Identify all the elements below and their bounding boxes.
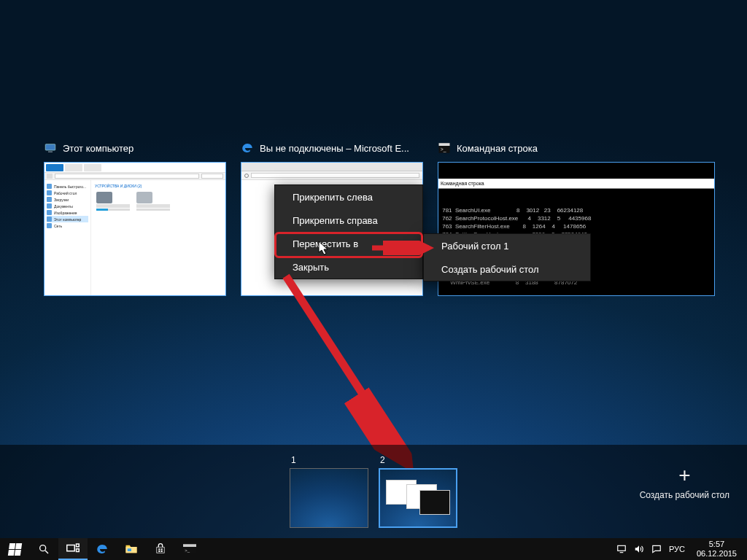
- virtual-desktop-strip: 1 2 + Создать рабочий стол: [0, 445, 747, 538]
- tray-language[interactable]: РУС: [669, 545, 685, 553]
- cmd-icon: >_: [183, 544, 196, 554]
- ctx-item-move-to[interactable]: Переместить в: [275, 232, 422, 255]
- svg-rect-16: [161, 548, 163, 550]
- search-button[interactable]: [29, 538, 58, 560]
- context-menu: Прикрепить слева Прикрепить справа Перем…: [274, 184, 423, 279]
- svg-line-7: [286, 276, 405, 460]
- edge-icon: [96, 542, 109, 556]
- store-icon: [155, 543, 166, 555]
- edge-icon: [241, 141, 254, 155]
- folder-icon: [125, 543, 138, 555]
- plus-icon: +: [640, 465, 729, 486]
- window-title: Вы не подключены – Microsoft E...: [260, 143, 409, 154]
- svg-rect-4: [439, 143, 450, 146]
- svg-rect-10: [67, 545, 75, 551]
- desktop-thumb-1[interactable]: 1: [290, 455, 368, 528]
- window-thumb-explorer[interactable]: Этот компьютер Панель быстрого... Рабочи…: [44, 139, 226, 296]
- tray-clock[interactable]: 5:57 06.12.2015: [692, 538, 741, 560]
- task-view-button[interactable]: [58, 538, 88, 560]
- svg-rect-17: [158, 551, 160, 552]
- svg-rect-15: [158, 548, 160, 550]
- cmd-icon: >_: [438, 141, 451, 155]
- window-title: Этот компьютер: [63, 143, 133, 154]
- tray-notifications-icon[interactable]: [651, 544, 662, 554]
- svg-rect-14: [128, 548, 131, 551]
- window-preview: Панель быстрого... Рабочий стол Загрузки…: [44, 162, 226, 296]
- ctx-item-snap-left[interactable]: Прикрепить слева: [275, 185, 422, 209]
- svg-text:>_: >_: [441, 147, 446, 152]
- ctx-item-close[interactable]: Закрыть: [275, 255, 422, 279]
- svg-point-8: [40, 545, 46, 551]
- ctx-item-snap-right[interactable]: Прикрепить справа: [275, 209, 422, 232]
- svg-rect-20: [183, 544, 196, 547]
- ctx-sub-desktop-1[interactable]: Рабочий стол 1: [424, 234, 590, 257]
- this-pc-icon: [44, 141, 57, 155]
- svg-rect-22: [618, 545, 626, 551]
- svg-text:>_: >_: [185, 548, 190, 553]
- svg-rect-11: [77, 544, 80, 547]
- task-view-icon: [66, 543, 80, 553]
- svg-rect-12: [77, 549, 80, 552]
- search-icon: [38, 543, 50, 555]
- context-submenu: Рабочий стол 1 Создать рабочий стол: [423, 233, 591, 281]
- svg-line-9: [45, 551, 48, 553]
- taskbar-app-explorer[interactable]: [117, 538, 146, 560]
- ctx-sub-new-desktop[interactable]: Создать рабочий стол: [424, 257, 590, 281]
- svg-rect-0: [45, 144, 55, 150]
- system-tray: РУС 5:57 06.12.2015: [611, 538, 747, 560]
- taskbar-app-cmd[interactable]: >_: [175, 538, 204, 560]
- windows-logo-icon: [7, 543, 21, 556]
- start-button[interactable]: [0, 538, 29, 560]
- svg-rect-2: [48, 152, 53, 153]
- window-title: Командная строка: [457, 143, 538, 154]
- svg-rect-18: [161, 551, 163, 552]
- taskbar-app-store[interactable]: [146, 538, 175, 560]
- taskbar: >_ РУС 5:57 06.12.2015: [0, 538, 747, 560]
- taskbar-app-edge[interactable]: [88, 538, 117, 560]
- new-desktop-button[interactable]: + Создать рабочий стол: [640, 465, 729, 500]
- tray-monitor-icon[interactable]: [616, 544, 627, 554]
- desktop-thumb-2[interactable]: 2: [379, 455, 457, 528]
- tray-volume-icon[interactable]: [634, 544, 644, 554]
